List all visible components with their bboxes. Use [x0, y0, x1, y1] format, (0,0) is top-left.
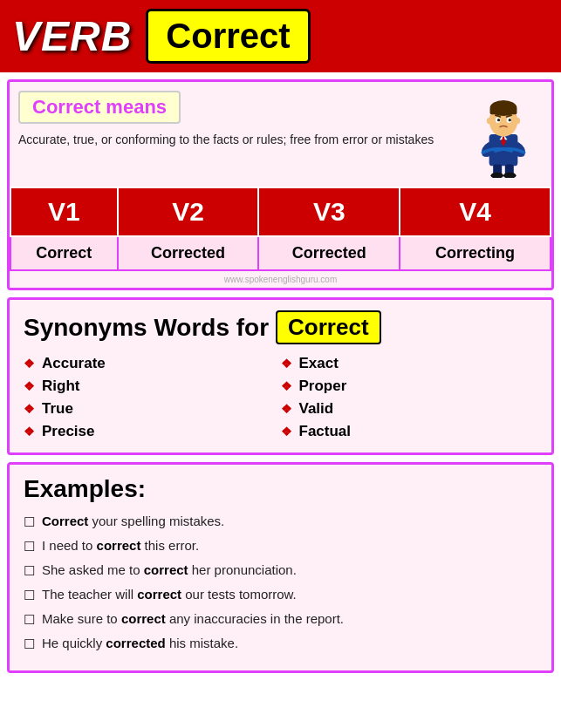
- v3-value: Corrected: [258, 236, 400, 270]
- character-svg: [469, 91, 538, 178]
- example-text: I need to correct this error.: [42, 536, 199, 555]
- checkbox-icon: ☐: [24, 513, 35, 531]
- diamond-icon: ❖: [24, 425, 35, 439]
- checkbox-icon: ☐: [24, 610, 35, 629]
- verb-header-row: V1 V2 V3 V4: [10, 187, 551, 236]
- synonyms-card: Synonyms Words for Correct ❖ Accurate ❖ …: [7, 297, 554, 455]
- synonym-item-proper: ❖ Proper: [281, 378, 538, 395]
- synonym-label: Precise: [42, 423, 95, 440]
- examples-title: Examples:: [24, 475, 537, 503]
- synonyms-highlight: Correct: [276, 310, 380, 344]
- synonym-label: Exact: [299, 355, 339, 372]
- synonym-item-factual: ❖ Factual: [281, 423, 538, 440]
- main-card: Correct means Accurate, true, or conform…: [7, 79, 554, 290]
- diamond-icon: ❖: [281, 357, 292, 371]
- v4-value: Correcting: [400, 236, 551, 270]
- example-item-5: ☐ Make sure to correct any inaccuracies …: [24, 609, 537, 629]
- header-word-box: Correct: [146, 9, 310, 64]
- checkbox-icon: ☐: [24, 537, 35, 555]
- diamond-icon: ❖: [24, 357, 35, 371]
- verb-value-row: Correct Corrected Corrected Correcting: [10, 236, 551, 270]
- checkbox-icon: ☐: [24, 586, 35, 604]
- example-text: Make sure to correct any inaccuracies in…: [42, 609, 344, 628]
- example-item-1: ☐ Correct your spelling mistakes.: [24, 512, 537, 531]
- means-section: Correct means Accurate, true, or conform…: [10, 82, 551, 183]
- example-item-3: ☐ She asked me to correct her pronunciat…: [24, 561, 537, 580]
- v3-header: V3: [258, 187, 400, 236]
- svg-point-14: [516, 118, 520, 124]
- synonym-label: Factual: [299, 423, 352, 440]
- v1-value: Correct: [10, 236, 118, 270]
- examples-card: Examples: ☐ Correct your spelling mistak…: [7, 462, 554, 673]
- checkbox-icon: ☐: [24, 635, 35, 653]
- svg-point-10: [509, 119, 511, 121]
- means-title: Correct means: [32, 96, 167, 118]
- means-title-word: Correct: [32, 96, 100, 118]
- example-item-4: ☐ The teacher will correct our tests tom…: [24, 585, 537, 604]
- watermark: www.spokenenglishguru.com: [10, 271, 551, 288]
- example-text: He quickly corrected his mistake.: [42, 634, 238, 652]
- checkbox-icon: ☐: [24, 561, 35, 580]
- character-image: [464, 91, 543, 178]
- synonym-item-precise: ❖ Precise: [24, 423, 281, 440]
- synonym-item-accurate: ❖ Accurate: [24, 355, 281, 372]
- verb-forms-table: V1 V2 V3 V4 Correct Corrected Corrected …: [10, 187, 551, 271]
- v2-header: V2: [118, 187, 259, 236]
- example-text: Correct your spelling mistakes.: [42, 512, 224, 530]
- v2-value: Corrected: [118, 236, 259, 270]
- diamond-icon: ❖: [24, 402, 35, 416]
- synonym-item-valid: ❖ Valid: [281, 400, 538, 418]
- v1-header: V1: [10, 187, 118, 236]
- synonyms-grid: ❖ Accurate ❖ Exact ❖ Right ❖ Proper ❖ Tr…: [24, 355, 537, 440]
- example-item-6: ☐ He quickly corrected his mistake.: [24, 634, 537, 653]
- diamond-icon: ❖: [24, 379, 35, 393]
- synonyms-title-prefix: Synonyms Words for: [24, 314, 269, 342]
- page-header: VERB Correct: [0, 0, 561, 72]
- example-text: She asked me to correct her pronunciatio…: [42, 561, 297, 579]
- synonym-label: Valid: [299, 400, 334, 418]
- example-item-2: ☐ I need to correct this error.: [24, 536, 537, 555]
- svg-point-13: [487, 118, 491, 124]
- synonym-label: Proper: [299, 378, 347, 395]
- svg-point-9: [497, 119, 500, 121]
- means-title-suffix: means: [100, 96, 167, 118]
- means-content: Correct means Accurate, true, or conform…: [18, 91, 459, 149]
- means-definition: Accurate, true, or conforming to the fac…: [18, 131, 459, 149]
- means-title-box: Correct means: [18, 91, 181, 124]
- synonym-label: Right: [42, 378, 79, 395]
- header-word: Correct: [166, 17, 290, 55]
- synonym-label: True: [42, 400, 73, 418]
- example-text: The teacher will correct our tests tomor…: [42, 585, 297, 603]
- synonym-label: Accurate: [42, 355, 106, 372]
- diamond-icon: ❖: [281, 379, 292, 393]
- synonym-item-exact: ❖ Exact: [281, 355, 538, 372]
- diamond-icon: ❖: [281, 402, 292, 416]
- synonym-item-true: ❖ True: [24, 400, 281, 418]
- svg-rect-6: [490, 108, 517, 114]
- synonym-item-right: ❖ Right: [24, 378, 281, 395]
- diamond-icon: ❖: [281, 425, 292, 439]
- synonyms-title: Synonyms Words for Correct: [24, 310, 537, 344]
- verb-label: VERB: [12, 12, 132, 60]
- v4-header: V4: [400, 187, 551, 236]
